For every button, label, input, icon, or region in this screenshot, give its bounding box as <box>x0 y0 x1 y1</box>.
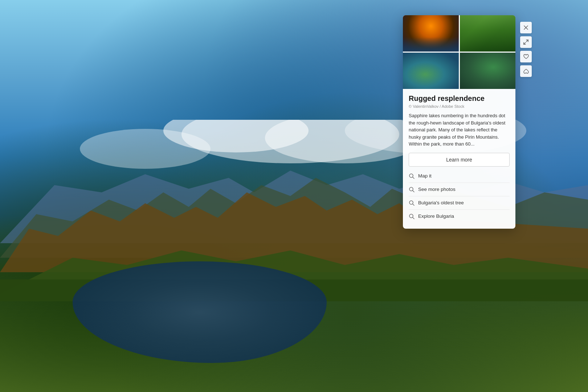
explore-bulgaria-label: Explore Bulgaria <box>418 213 454 219</box>
photo-thumb-4[interactable] <box>460 53 516 89</box>
panel-content: Rugged resplendence © ValentinValkov / A… <box>403 89 515 167</box>
photo-thumb-2[interactable] <box>460 15 516 52</box>
see-more-photos-link[interactable]: See more photos <box>403 183 515 196</box>
svg-line-13 <box>413 191 414 192</box>
dislike-icon <box>523 69 529 74</box>
oldest-tree-label: Bulgaria's oldest tree <box>418 200 464 205</box>
photo-thumb-3[interactable] <box>403 53 459 89</box>
svg-line-11 <box>413 177 414 179</box>
minimize-button[interactable] <box>520 36 532 48</box>
search-icon-tree <box>409 200 415 206</box>
search-icon-photos <box>409 187 415 192</box>
search-icon-map <box>409 173 415 179</box>
info-panel: Rugged resplendence © ValentinValkov / A… <box>403 15 515 229</box>
learn-more-button[interactable]: Learn more <box>409 153 510 167</box>
panel-credit: © ValentinValkov / Adobe Stock <box>409 104 510 109</box>
svg-line-15 <box>413 204 414 205</box>
map-it-label: Map it <box>418 173 432 179</box>
search-links: Map it See more photos Bulgaria's oldest… <box>403 170 515 223</box>
close-icon <box>524 25 528 30</box>
oldest-tree-link[interactable]: Bulgaria's oldest tree <box>403 196 515 209</box>
map-it-link[interactable]: Map it <box>403 170 515 183</box>
explore-bulgaria-link[interactable]: Explore Bulgaria <box>403 210 515 223</box>
like-icon <box>523 54 529 59</box>
minimize-icon <box>523 40 528 45</box>
search-icon-explore <box>409 213 415 219</box>
panel-description: Sapphire lakes numbering in the hundreds… <box>409 112 510 148</box>
dislike-button[interactable] <box>520 65 532 77</box>
photos-grid <box>403 15 515 89</box>
photo-thumb-1[interactable] <box>403 15 459 52</box>
close-button[interactable] <box>520 22 532 33</box>
panel-title: Rugged resplendence <box>409 94 510 103</box>
panel-actions <box>520 22 532 77</box>
like-button[interactable] <box>520 51 532 62</box>
svg-line-17 <box>413 217 414 219</box>
see-more-photos-label: See more photos <box>418 187 456 192</box>
